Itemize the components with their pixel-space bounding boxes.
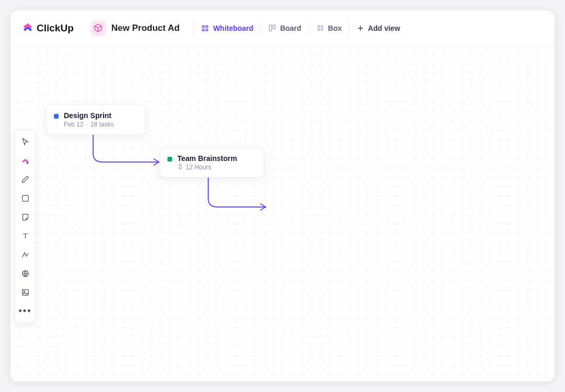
tab-board[interactable]: Board: [261, 21, 308, 36]
add-view-label: Add view: [368, 24, 400, 32]
tool-web-embed[interactable]: [18, 266, 32, 281]
svg-rect-5: [273, 25, 275, 29]
project-badge[interactable]: New Product Ad: [91, 20, 180, 36]
card-color-swatch: [54, 114, 59, 119]
card-body: Design Sprint Feb 12 · 18 tasks: [64, 111, 114, 128]
svg-rect-6: [318, 25, 320, 28]
tab-whiteboard[interactable]: Whiteboard: [193, 21, 261, 36]
brand-logo[interactable]: ClickUp: [22, 22, 74, 34]
brand-name: ClickUp: [37, 22, 74, 34]
tab-board-label: Board: [280, 24, 301, 32]
svg-rect-8: [318, 28, 320, 31]
tool-connector[interactable]: [18, 247, 32, 262]
whiteboard-icon: [201, 24, 209, 32]
tool-clickup-object[interactable]: [18, 153, 32, 168]
tool-more[interactable]: •••: [18, 304, 32, 318]
add-view-button[interactable]: Add view: [349, 21, 407, 36]
card-team-brainstorm[interactable]: Team Brainstorm 12 Hours: [160, 147, 264, 178]
svg-rect-4: [269, 25, 272, 31]
card-subtitle: 12 Hours: [177, 164, 237, 171]
card-date: Feb 12: [64, 121, 83, 128]
connector-arrow-1[interactable]: [89, 131, 170, 169]
project-title: New Product Ad: [111, 23, 180, 33]
svg-point-2: [202, 29, 205, 31]
project-cube-icon: [91, 20, 106, 36]
view-tabs: Whiteboard Board: [193, 21, 407, 36]
app-window: ClickUp New Product Ad Whi: [10, 10, 555, 382]
connector-arrow-2[interactable]: [204, 174, 277, 215]
whiteboard-canvas[interactable]: ••• Design Sprint Feb 12 · 18 tasks Team…: [10, 46, 555, 382]
card-duration: 12 Hours: [186, 164, 211, 171]
svg-rect-9: [321, 28, 323, 31]
svg-rect-12: [22, 289, 28, 295]
tab-box-label: Box: [328, 24, 342, 32]
tool-select[interactable]: [18, 134, 32, 149]
tool-text[interactable]: [18, 228, 32, 243]
plus-icon: [357, 25, 364, 32]
card-title: Team Brainstorm: [177, 154, 237, 163]
svg-point-1: [206, 25, 208, 27]
topbar: ClickUp New Product Ad Whi: [10, 10, 555, 46]
svg-point-13: [24, 291, 25, 292]
tool-image[interactable]: [18, 285, 32, 299]
box-icon: [317, 24, 324, 32]
card-design-sprint[interactable]: Design Sprint Feb 12 · 18 tasks: [46, 105, 145, 135]
svg-point-0: [202, 25, 205, 27]
svg-rect-10: [22, 195, 28, 201]
card-color-swatch: [167, 157, 172, 162]
svg-point-3: [206, 29, 208, 31]
card-body: Team Brainstorm 12 Hours: [177, 154, 237, 171]
card-title: Design Sprint: [64, 111, 114, 120]
svg-rect-7: [321, 25, 323, 28]
tool-pen[interactable]: [18, 172, 32, 187]
hourglass-icon: [177, 164, 183, 171]
board-icon: [268, 24, 276, 32]
toolbox: •••: [15, 130, 36, 323]
card-tasks: 18 tasks: [91, 121, 114, 128]
dot-separator: ·: [86, 121, 87, 128]
more-icon: •••: [19, 306, 32, 316]
tool-sticky-note[interactable]: [18, 210, 32, 224]
card-subtitle: Feb 12 · 18 tasks: [64, 121, 114, 128]
clickup-logo-icon: [22, 22, 33, 34]
tab-whiteboard-label: Whiteboard: [213, 24, 253, 32]
tool-shape[interactable]: [18, 191, 32, 205]
tab-box[interactable]: Box: [309, 21, 349, 36]
